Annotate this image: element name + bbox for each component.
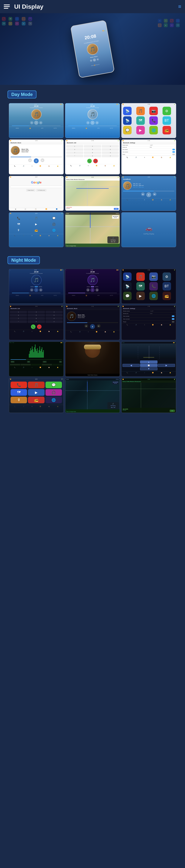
- screen-bt-settings: 📶17:46🔋 Bluetooth_Settings Device name C…: [122, 140, 176, 175]
- screen-day-music-2: ...20:08📶🔋 20:08 A soothing piece of mus…: [65, 103, 120, 138]
- status-bar-n3: 📶17:46🔋: [122, 269, 176, 271]
- night-row-3: 4/54 17:54📶🔋: [2, 342, 183, 376]
- status-bar-notplaying: 📶16:55🔋: [122, 176, 176, 178]
- screen-night-apps: 📶17:46🔋 📡 🎵 📷 ⚙ 📡 🗺 📞 BT 💬 ▶ 🌐 📻: [122, 269, 176, 304]
- screen-night-coffee-nav: 📶16:39🔋 Sunny Coffee Western Restaurant …: [122, 378, 176, 413]
- screen-night-bt-call: 📶17:46🔋 Bluetooth_Call 1 2 3 4 5 6 7 8 9…: [9, 305, 63, 340]
- status-bar-google: 📶17:47🔋: [9, 176, 63, 178]
- screen-map-day: 📶16:39🔋 Sunny Coffee Western Restaurant …: [65, 176, 120, 211]
- day-row-3: 📶17:47🔋 Google Google Search I'm Feeling…: [2, 176, 183, 211]
- screen-not-playing: 📶16:55🔋 SocialMusic 🎵 华东_开心.mp3 华东_开心_副本…: [122, 176, 176, 211]
- night-row-1: ...20:08📶🔋 20:08 A soothing piece of mus…: [2, 269, 183, 304]
- status-bar-bt-call: 📶17:46🔋: [65, 140, 120, 142]
- day-row-1: ...20:08📶🔋 20:08 A soothing piece of mus…: [2, 103, 183, 138]
- screen-day-music-1: ...20:08📶🔋 20:08 A soothing piece of mus…: [9, 103, 63, 138]
- screen-day-apps: 📶17:46🔋 📡 🎵 📷 ⚙ 📡 🗺 📞 BT 💬 ▶ 🌐 📻: [122, 103, 176, 138]
- header: UI Display ≡: [0, 0, 185, 13]
- screen-placeholder: 🚗 CarPlay Display: [122, 212, 176, 247]
- settings-row-name: Device name CarBT ›: [122, 144, 176, 146]
- menu-icon[interactable]: [4, 3, 11, 10]
- screen-night-food: Night Mode Display: [65, 342, 120, 376]
- page-title: UI Display: [14, 3, 44, 10]
- status-bar-nbt2: 📶17:46🔋: [65, 305, 120, 307]
- screen-bt-music: 📶17:46🔋 Bluetooth_Music 🎵 Music Title Mu…: [9, 140, 63, 175]
- screen-night-carplay: 📶16:55🔋 📞 🎵 💬 🗺 ▶ 🎧 🎙 📻 🌐 📞🎵⚙📶🏠🔔: [9, 378, 63, 413]
- screen-night-road: 16:55📶🔋 ▲ ◀ ⬜ ▶ ▼: [122, 342, 176, 376]
- screen-nav-day: 16:399.0 km 16:18 ETA 9.0 km 🎵 Not Playi…: [65, 212, 120, 247]
- status-bar-bt-settings: 📶17:46🔋: [122, 140, 176, 142]
- screen-night-nav: 16:399.0 km 16:18 ETA 9.0 km 🎵 Not Playi…: [65, 378, 120, 413]
- day-mode-badge: Day Mode: [7, 91, 36, 98]
- screen-night-bt-music: 📶17:46🔋 Bluetooth_Music 🎵 Music Title Mu…: [65, 305, 120, 340]
- hamburger-icon[interactable]: ≡: [178, 4, 181, 10]
- night-row-4: 📶16:55🔋 📞 🎵 💬 🗺 ▶ 🎧 🎙 📻 🌐 📞🎵⚙📶🏠🔔: [2, 378, 183, 413]
- screen-night-music-1: ...20:08📶🔋 20:08 A soothing piece of mus…: [9, 269, 63, 304]
- screen-bt-call: 📶17:46🔋 Bluetooth_Call 123 456 789 *0# 📞…: [65, 140, 120, 175]
- screen-night-bt-settings: 📶17:46🔋 Bluetooth_Settings Device nameCa…: [122, 305, 176, 340]
- status-bar-bt-music: 📶17:46🔋: [9, 140, 63, 142]
- status-bar-nbt1: 📶17:46🔋: [9, 305, 63, 307]
- day-row-2: 📶17:46🔋 Bluetooth_Music 🎵 Music Title Mu…: [2, 140, 183, 175]
- header-left: UI Display: [4, 3, 44, 10]
- status-bar-2: ...20:08📶🔋: [65, 103, 120, 105]
- status-bar-nbt3: 📶17:46🔋: [122, 305, 176, 307]
- status-bar-nc1: 📶16:55🔋: [9, 378, 63, 380]
- night-mode-badge: Night Mode: [7, 256, 40, 264]
- night-mode-section: Night Mode: [0, 249, 185, 269]
- day-row-4: 📶16:55🔋 📞 🎵 💬 🗺 ▶ 🎧 🎙 📻 🌐 📞🎵⚙📶🏠🔔: [2, 212, 183, 247]
- screen-night-waveform: 4/54 17:54📶🔋: [9, 342, 63, 376]
- status-bar-carplay: 📶16:55🔋: [9, 213, 63, 214]
- status-bar-n1: ...20:08📶🔋: [9, 269, 63, 271]
- screen-night-music-2: ...20:08📶🔋 20:08 A soothing piece of mus…: [65, 269, 120, 304]
- night-screenshots: ...20:08📶🔋 20:08 A soothing piece of mus…: [0, 269, 185, 413]
- status-bar-3: 📶17:46🔋: [122, 103, 176, 105]
- google-search-bar[interactable]: [10, 186, 62, 188]
- hero-section: 📞 💬 🌐 🎵 📷 🗺 ⚙ ✉ ▶ 📡 N W 📞 🌐 🎵 ▶ ⚙ 🗺 ...📶…: [0, 13, 185, 85]
- google-logo: Google: [9, 178, 63, 186]
- footer-spacer: [0, 414, 185, 420]
- status-bar-n2: ...20:08📶🔋: [65, 269, 120, 271]
- screen-google: 📶17:47🔋 Google Google Search I'm Feeling…: [9, 176, 63, 211]
- status-bar-nw1: 4/54 17:54📶🔋: [9, 342, 63, 343]
- status-bar-1: ...20:08📶🔋: [9, 103, 63, 105]
- status-bar-nroad: 16:55📶🔋: [122, 342, 176, 343]
- settings-row-power: Power: [122, 153, 176, 156]
- day-mode-section: Day Mode: [0, 85, 185, 103]
- settings-row-answer: Auto answer: [122, 148, 176, 151]
- screen-carplay-apps: 📶16:55🔋 📞 🎵 💬 🗺 ▶ 🎧 🎙 📻 🌐 📞🎵⚙📶🏠🔔: [9, 212, 63, 247]
- settings-row-pin: Device pin 0000 ›: [122, 146, 176, 148]
- day-screenshots: ...20:08📶🔋 20:08 A soothing piece of mus…: [0, 103, 185, 247]
- hero-phone: ...📶 🔋 20:08 A soothing piece of music 🎵…: [70, 20, 115, 78]
- night-row-2: 📶17:46🔋 Bluetooth_Call 1 2 3 4 5 6 7 8 9…: [2, 305, 183, 340]
- settings-row-connect: Auto connect: [122, 151, 176, 153]
